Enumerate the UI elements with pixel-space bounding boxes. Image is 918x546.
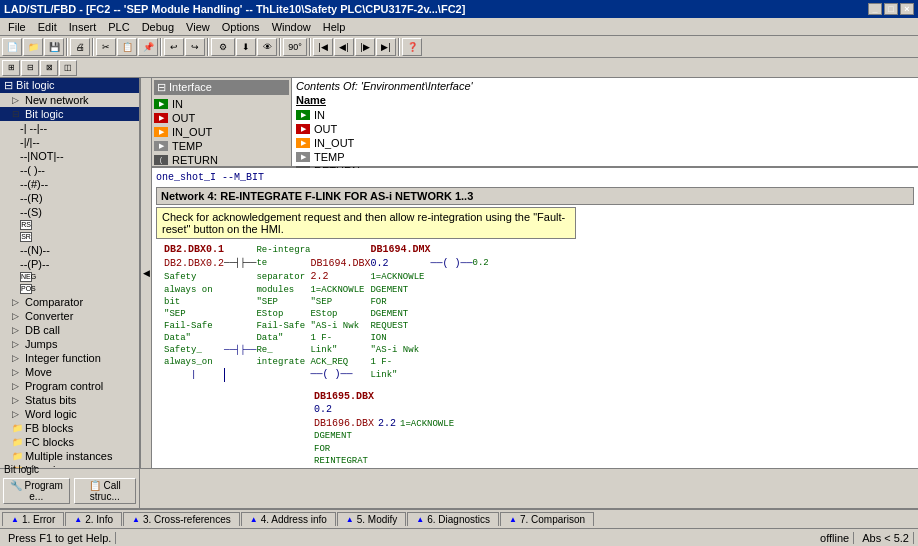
menu-bar: File Edit Insert PLC Debug View Options … (0, 18, 918, 36)
ladder-row-1: DB2.DBX0.1 Re-integra DB1694.DMX (164, 243, 489, 257)
menu-options[interactable]: Options (216, 20, 266, 34)
sidebar-item-pos[interactable]: POS (0, 283, 139, 295)
help-button[interactable]: ❓ (402, 38, 422, 56)
sidebar-item-word-logic[interactable]: ▷ Word logic (0, 407, 139, 421)
menu-plc[interactable]: PLC (102, 20, 135, 34)
cell-sep2: "SEP (310, 296, 370, 308)
cell-coil-top: ──( )── (430, 257, 472, 271)
cell-estop1: EStop (256, 308, 310, 320)
btn-b[interactable]: |◀ (313, 38, 333, 56)
bottom-tabs: ▲ 1. Error ▲ 2. Info ▲ 3. Cross-referenc… (0, 508, 918, 528)
ladder-row-10: always_on integrate ACK_REQ 1 F- (164, 356, 489, 368)
copy-button[interactable]: 📋 (117, 38, 137, 56)
sidebar-item-fc-blocks[interactable]: 📁 FC blocks (0, 435, 139, 449)
undo-button[interactable]: ↩ (164, 38, 184, 56)
sidebar-item-sr[interactable]: SR (0, 231, 139, 243)
tab-modify[interactable]: ▲ 5. Modify (337, 512, 407, 526)
sidebar-item-integer[interactable]: ▷ Integer function (0, 351, 139, 365)
sidebar-item-pos-coil[interactable]: --(P)-- (0, 257, 139, 271)
tree-arrow-bit: ⊟ (12, 109, 22, 119)
tab-error[interactable]: ▲ 1. Error (2, 512, 64, 526)
prog-buttons-row: 🔧 Program e... 📋 Call struc... (0, 476, 139, 506)
mode-indicator: offline (816, 532, 854, 544)
sidebar-item-neg-coil[interactable]: --(N)-- (0, 243, 139, 257)
tb2-btn2[interactable]: ⊟ (21, 60, 39, 76)
menu-view[interactable]: View (180, 20, 216, 34)
download-button[interactable]: ⬇ (236, 38, 256, 56)
menu-debug[interactable]: Debug (136, 20, 180, 34)
out-icon: ▶ (154, 113, 168, 123)
sidebar-item-bit-logic[interactable]: ⊟ Bit logic (0, 107, 139, 121)
network-area[interactable]: one_shot_I --M_BIT Network 4: RE-INTEGRA… (152, 168, 918, 468)
sidebar-item-converter[interactable]: ▷ Converter (0, 309, 139, 323)
interface-panel: ⊟ Interface ▶ IN ▶ OUT ▶ IN_OUT (152, 78, 918, 168)
cut-button[interactable]: ✂ (96, 38, 116, 56)
sidebar-item-coil[interactable]: --( )-- (0, 163, 139, 177)
minimize-button[interactable]: _ (868, 3, 882, 15)
menu-edit[interactable]: Edit (32, 20, 63, 34)
btn-d[interactable]: |▶ (355, 38, 375, 56)
db-call-label: DB call (25, 324, 60, 336)
sidebar-item-reset[interactable]: --(R) (0, 191, 139, 205)
cell-space2 (310, 243, 370, 257)
sidebar-item-fb-blocks[interactable]: 📁 FB blocks (0, 421, 139, 435)
menu-file[interactable]: File (2, 20, 32, 34)
sidebar-item-set[interactable]: --(S) (0, 205, 139, 219)
cell-1flink: 1 F- (310, 332, 370, 344)
maximize-button[interactable]: □ (884, 3, 898, 15)
paste-button[interactable]: 📌 (138, 38, 158, 56)
menu-insert[interactable]: Insert (63, 20, 103, 34)
tab-cross-references[interactable]: ▲ 3. Cross-references (123, 512, 240, 526)
fb-icon: 📁 (12, 423, 22, 433)
btn-c[interactable]: ◀| (334, 38, 354, 56)
sidebar-item-new-network[interactable]: ▷ New network (0, 93, 139, 107)
right-temp-label: TEMP (314, 151, 345, 163)
redo-button[interactable]: ↪ (185, 38, 205, 56)
close-button[interactable]: × (900, 3, 914, 15)
sidebar-item-move[interactable]: ▷ Move (0, 365, 139, 379)
tb2-btn4[interactable]: ◫ (59, 60, 77, 76)
menu-window[interactable]: Window (266, 20, 317, 34)
tab-modify-arrow: ▲ (346, 515, 354, 524)
monitor-button[interactable]: 👁 (257, 38, 277, 56)
comparator-arrow: ▷ (12, 297, 22, 307)
sidebar-collapse-handle[interactable]: ◀ (140, 78, 152, 468)
toolbar: 📄 📁 💾 🖨 ✂ 📋 📌 ↩ ↪ ⚙ ⬇ 👁 90° |◀ ◀| |▶ ▶| … (0, 36, 918, 58)
sidebar-item-contact-nc[interactable]: -|/|-- (0, 135, 139, 149)
sidebar-item-db-call[interactable]: ▷ DB call (0, 323, 139, 337)
sidebar-item-not[interactable]: --|NOT|-- (0, 149, 139, 163)
tab-comparison[interactable]: ▲ 7. Comparison (500, 512, 594, 526)
open-button[interactable]: 📁 (23, 38, 43, 56)
sidebar-item-program-control[interactable]: ▷ Program control (0, 379, 139, 393)
call-structure-button[interactable]: 📋 Call struc... (74, 478, 136, 504)
sidebar-item-comparator[interactable]: ▷ Comparator (0, 295, 139, 309)
btn-a[interactable]: 90° (283, 38, 307, 56)
cell-db2-bot: DB2.DBX0.2 (164, 257, 224, 271)
sidebar-item-jumps[interactable]: ▷ Jumps (0, 337, 139, 351)
tab-diagnostics[interactable]: ▲ 6. Diagnostics (407, 512, 499, 526)
tb2-btn3[interactable]: ⊠ (40, 60, 58, 76)
tab-info[interactable]: ▲ 2. Info (65, 512, 122, 526)
btn-e[interactable]: ▶| (376, 38, 396, 56)
menu-help[interactable]: Help (317, 20, 352, 34)
compile-button[interactable]: ⚙ (211, 38, 235, 56)
sidebar-item-multiple-instances[interactable]: 📁 Multiple instances (0, 449, 139, 463)
tab-error-arrow: ▲ (11, 515, 19, 524)
sep1 (66, 38, 68, 56)
sidebar-item-mid-coil[interactable]: --(#)-- (0, 177, 139, 191)
sidebar-item-contact-no[interactable]: -| --|-- (0, 121, 139, 135)
tab-info-arrow: ▲ (74, 515, 82, 524)
tab-addr-arrow: ▲ (250, 515, 258, 524)
integer-arrow: ▷ (12, 353, 22, 363)
new-button[interactable]: 📄 (2, 38, 22, 56)
program-editor-button[interactable]: 🔧 Program e... (3, 478, 70, 504)
cell-separator: separator (256, 270, 310, 284)
sidebar-item-neg[interactable]: NEG (0, 271, 139, 283)
sidebar-item-rs[interactable]: RS (0, 219, 139, 231)
contact-nc-icon: -|/|-- (20, 136, 40, 148)
print-button[interactable]: 🖨 (70, 38, 90, 56)
tb2-btn1[interactable]: ⊞ (2, 60, 20, 76)
sidebar-item-status-bits[interactable]: ▷ Status bits (0, 393, 139, 407)
tab-address-info[interactable]: ▲ 4. Address info (241, 512, 336, 526)
save-button[interactable]: 💾 (44, 38, 64, 56)
